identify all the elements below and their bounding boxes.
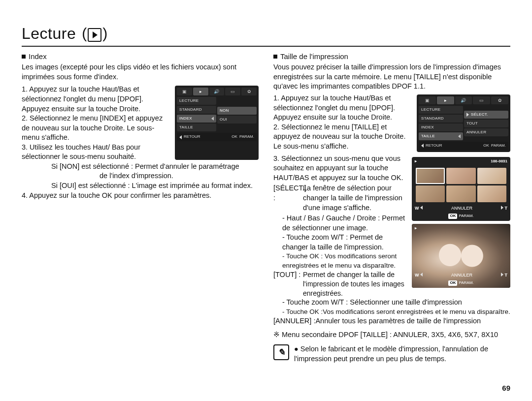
lcd-cell-taille: TAILLE [177, 123, 216, 131]
thumbnail [446, 185, 475, 202]
lcd-cell-index: INDEX [419, 123, 463, 131]
section-heading-index: Index [22, 52, 259, 62]
lcd-cell-annuler: ANNULER [466, 130, 486, 134]
label-annuler: [ANNULER] : [273, 316, 315, 326]
lcd-bar-retour: RETOUR [426, 143, 442, 149]
lcd-tab-icon: ▣ [419, 96, 436, 104]
left-arrow-icon [420, 206, 423, 210]
thumbnail [416, 185, 445, 202]
lcd-tab-sound-icon: 🔊 [455, 96, 472, 104]
label-tout: [TOUT] : [273, 270, 303, 298]
right-arrow-icon [501, 273, 503, 277]
left-column: Index Les images (excepté pour les clips… [22, 52, 259, 364]
page-number: 69 [502, 384, 510, 392]
param-label: PARAM. [459, 280, 473, 285]
thumbnail [446, 168, 475, 185]
lcd-cell-select: SÉLECT. [471, 113, 488, 117]
text-tout-zoom: - Touche zoom W/T : Sélectionner une tai… [273, 298, 510, 308]
lcd-menu-size: ▣ ▸ 🔊 ▭ ✿ LECTURE STANDARD INDEX TAILLE [417, 94, 510, 152]
w-label: W [415, 273, 419, 278]
index-step4: 4. Appuyez sur la touche OK pour confirm… [22, 191, 259, 201]
size-step1: 1. Appuyez sur la touche Haut/Bas et sél… [273, 93, 412, 123]
left-arrow-icon [211, 117, 214, 121]
lcd-cell-non: NON [220, 109, 229, 113]
lcd-cell-standard: STANDARD [177, 106, 216, 114]
section-heading-size: Taille de l'impression [273, 52, 510, 62]
lcd-tab-play-icon: ▸ [193, 88, 208, 95]
lcd-tab-icon: ▣ [177, 88, 192, 95]
thumbnail [477, 185, 506, 202]
page-title-row: Lecture ( ) [22, 25, 510, 43]
lcd-bar-param: PARAM. [491, 143, 506, 149]
thumbnail [416, 168, 445, 185]
lcd-menu-index: ▣ ▸ 🔊 ▭ ✿ LECTURE STANDARD INDEX TAILL [175, 86, 259, 160]
thumb-top-icon: ▸ [415, 159, 417, 164]
play-square-icon [88, 28, 101, 42]
text-tout-ok: - Touche OK :Vos modifications seront en… [273, 308, 510, 316]
ok-badge: OK [448, 280, 457, 286]
note-text: ● Selon le fabricant et le modèle d'impr… [294, 344, 510, 364]
left-arrow-icon [420, 273, 423, 277]
param-label: PARAM. [459, 214, 473, 218]
title-rule [22, 46, 510, 47]
index-step1: 1. Appuyez sur la touche Haut/Bas et sél… [22, 85, 170, 114]
text-hbd: - Haut / Bas / Gauche / Droite : Permet … [273, 214, 407, 233]
lcd-tab-sound-icon: 🔊 [209, 88, 225, 95]
single-top-icon: ▸ [415, 226, 417, 231]
mid-label: ANNULER [451, 205, 472, 211]
ok-badge: OK [448, 214, 457, 219]
page-title: Lecture [22, 25, 76, 43]
lcd-cell-lecture: LECTURE [177, 97, 216, 105]
thumbnail-grid [416, 168, 506, 202]
lcd-bar-ok: OK [483, 143, 489, 149]
right-arrow-icon [501, 206, 503, 210]
label-select: [SÉLECT.] : [273, 184, 303, 213]
lcd-cell-taille: TAILLE [421, 134, 435, 138]
lcd-cell-tout: TOUT [466, 122, 478, 125]
left-arrow-icon [421, 144, 424, 148]
index-sel-non2: de l'index d'impression. [22, 171, 259, 181]
index-sel-oui: Si [OUI] est sélectionné : L'image est i… [22, 181, 259, 191]
index-step3: 3. Utilisez les touches Haut/ Bas pour s… [22, 143, 170, 162]
w-label: W [415, 206, 419, 211]
text-tout: Permet de changer la taille de l'impress… [303, 270, 407, 298]
lcd-bar-ok: OK [232, 134, 237, 140]
t-label: T [504, 273, 507, 278]
lcd-bar-retour: RETOUR [184, 134, 200, 140]
playback-icon: ( ) [82, 26, 107, 42]
left-arrow-icon [458, 134, 461, 138]
mid-label: ANNULER [451, 272, 472, 278]
lcd-tab-settings-icon: ✿ [241, 88, 257, 95]
text-select: La fenêtre de sélection pour changer la … [303, 184, 407, 213]
lcd-cell-lecture: LECTURE [419, 106, 463, 114]
text-sizes: ※ Menu secondaire DPOF [TAILLE] : ANNULE… [273, 330, 510, 340]
lcd-cell-index: INDEX [179, 117, 192, 121]
lcd-thumbnail-select: ▸ 100-0031 W AN [412, 157, 510, 221]
text-ok: - Touche OK : Vos modifications seront e… [273, 252, 407, 270]
thumbnail [477, 168, 506, 185]
lcd-cell-oui: OUI [220, 118, 227, 122]
index-intro: Les images (excepté pour les clips vidéo… [22, 62, 259, 82]
note-icon: ✎ [273, 344, 289, 360]
lcd-tab-display-icon: ▭ [225, 88, 240, 95]
size-step3: 3. Sélectionnez un sous-menu que vous so… [273, 154, 407, 183]
lcd-bar-param: PARAM. [239, 134, 254, 140]
text-annuler: Annuler tous les paramètres de taille de… [315, 316, 481, 326]
lcd-single-image: ▸ W ANNULER T OKPARAM. [412, 224, 510, 288]
lcd-cell-standard: STANDARD [419, 115, 463, 123]
thumb-counter: 100-0031 [491, 159, 507, 164]
right-arrow-icon [466, 113, 469, 117]
lcd-tab-settings-icon: ✿ [491, 96, 508, 104]
size-intro: Vous pouvez préciser la taille d'impress… [273, 62, 510, 92]
lcd-tab-display-icon: ▭ [473, 96, 490, 104]
lcd-tab-play-icon: ▸ [437, 96, 454, 104]
photo-placeholder [412, 224, 510, 288]
text-zoom: - Touche zoom W/T : Permet de changer la… [273, 233, 407, 252]
right-column: Taille de l'impression Vous pouvez préci… [273, 52, 510, 364]
index-step2: 2. Sélectionnez le menu [INDEX] et appuy… [22, 114, 170, 143]
size-step2: 2. Sélectionnez le menu [TAILLE] et appu… [273, 123, 412, 152]
t-label: T [504, 206, 507, 211]
index-sel-non: Si [NON] est sélectionné : Permet d'annu… [22, 162, 259, 172]
left-arrow-icon [179, 135, 182, 139]
